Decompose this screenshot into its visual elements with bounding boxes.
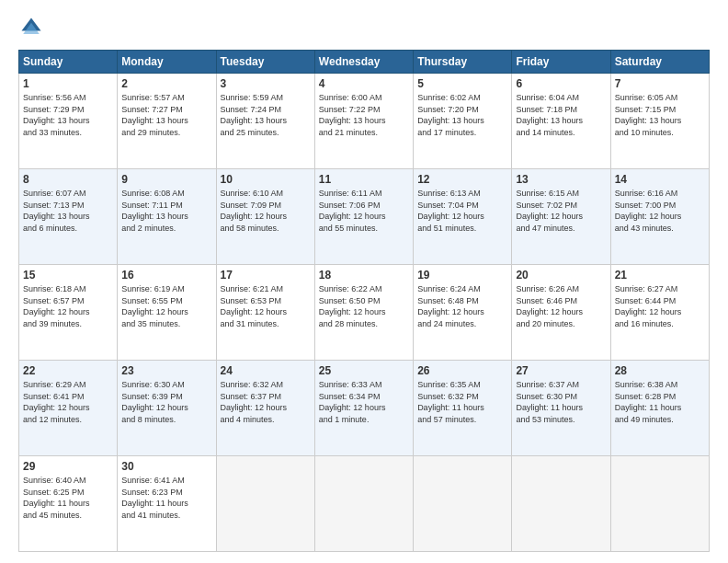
day-number: 3 — [221, 77, 311, 90]
calendar-cell: 6Sunrise: 6:04 AM Sunset: 7:18 PM Daylig… — [512, 74, 610, 169]
calendar-cell: 11Sunrise: 6:11 AM Sunset: 7:06 PM Dayli… — [314, 169, 413, 265]
calendar-cell: 12Sunrise: 6:13 AM Sunset: 7:04 PM Dayli… — [414, 169, 512, 265]
calendar-cell — [216, 456, 314, 552]
week-row-1: 1Sunrise: 5:56 AM Sunset: 7:29 PM Daylig… — [19, 74, 710, 169]
calendar-cell: 8Sunrise: 6:07 AM Sunset: 7:13 PM Daylig… — [19, 169, 118, 265]
day-info: Sunrise: 6:21 AM Sunset: 6:53 PM Dayligh… — [221, 283, 311, 329]
day-number: 13 — [516, 173, 606, 186]
day-number: 29 — [23, 460, 113, 473]
day-info: Sunrise: 6:10 AM Sunset: 7:09 PM Dayligh… — [221, 188, 311, 234]
day-number: 24 — [221, 364, 311, 377]
week-row-5: 29Sunrise: 6:40 AM Sunset: 6:25 PM Dayli… — [19, 456, 710, 552]
calendar-cell: 13Sunrise: 6:15 AM Sunset: 7:02 PM Dayli… — [512, 169, 610, 265]
calendar-cell: 20Sunrise: 6:26 AM Sunset: 6:46 PM Dayli… — [512, 265, 610, 361]
weekday-header-friday: Friday — [512, 51, 610, 74]
day-info: Sunrise: 6:18 AM Sunset: 6:57 PM Dayligh… — [23, 283, 113, 329]
day-number: 19 — [417, 269, 507, 282]
day-info: Sunrise: 6:07 AM Sunset: 7:13 PM Dayligh… — [23, 188, 113, 234]
day-info: Sunrise: 6:24 AM Sunset: 6:48 PM Dayligh… — [417, 283, 507, 329]
calendar-cell: 18Sunrise: 6:22 AM Sunset: 6:50 PM Dayli… — [314, 265, 413, 361]
calendar-cell: 1Sunrise: 5:56 AM Sunset: 7:29 PM Daylig… — [19, 74, 118, 169]
day-number: 30 — [121, 460, 211, 473]
day-info: Sunrise: 5:57 AM Sunset: 7:27 PM Dayligh… — [121, 92, 211, 138]
day-number: 28 — [615, 364, 705, 377]
calendar-cell: 25Sunrise: 6:33 AM Sunset: 6:34 PM Dayli… — [314, 361, 413, 456]
weekday-header-thursday: Thursday — [414, 51, 512, 74]
day-info: Sunrise: 6:11 AM Sunset: 7:06 PM Dayligh… — [319, 188, 409, 234]
day-info: Sunrise: 6:04 AM Sunset: 7:18 PM Dayligh… — [516, 92, 606, 138]
day-info: Sunrise: 6:02 AM Sunset: 7:20 PM Dayligh… — [417, 92, 507, 138]
week-row-3: 15Sunrise: 6:18 AM Sunset: 6:57 PM Dayli… — [19, 265, 710, 361]
day-number: 1 — [23, 77, 113, 90]
day-number: 8 — [23, 173, 113, 186]
day-info: Sunrise: 6:19 AM Sunset: 6:55 PM Dayligh… — [121, 283, 211, 329]
day-number: 4 — [319, 77, 409, 90]
calendar-cell: 7Sunrise: 6:05 AM Sunset: 7:15 PM Daylig… — [610, 74, 709, 169]
day-number: 6 — [516, 77, 606, 90]
day-number: 2 — [121, 77, 211, 90]
day-number: 10 — [221, 173, 311, 186]
weekday-header-saturday: Saturday — [610, 51, 709, 74]
day-number: 25 — [319, 364, 409, 377]
calendar-table: SundayMondayTuesdayWednesdayThursdayFrid… — [18, 50, 710, 552]
calendar-cell: 15Sunrise: 6:18 AM Sunset: 6:57 PM Dayli… — [19, 265, 118, 361]
day-info: Sunrise: 6:33 AM Sunset: 6:34 PM Dayligh… — [319, 379, 409, 425]
day-info: Sunrise: 6:38 AM Sunset: 6:28 PM Dayligh… — [615, 379, 705, 425]
day-number: 11 — [319, 173, 409, 186]
calendar-cell: 9Sunrise: 6:08 AM Sunset: 7:11 PM Daylig… — [118, 169, 216, 265]
logo — [18, 15, 48, 40]
calendar-cell: 14Sunrise: 6:16 AM Sunset: 7:00 PM Dayli… — [610, 169, 709, 265]
day-number: 12 — [417, 173, 507, 186]
calendar-cell — [314, 456, 413, 552]
day-info: Sunrise: 6:26 AM Sunset: 6:46 PM Dayligh… — [516, 283, 606, 329]
day-info: Sunrise: 6:27 AM Sunset: 6:44 PM Dayligh… — [615, 283, 705, 329]
calendar-cell — [414, 456, 512, 552]
day-info: Sunrise: 6:05 AM Sunset: 7:15 PM Dayligh… — [615, 92, 705, 138]
calendar-cell: 17Sunrise: 6:21 AM Sunset: 6:53 PM Dayli… — [216, 265, 314, 361]
day-info: Sunrise: 5:56 AM Sunset: 7:29 PM Dayligh… — [23, 92, 113, 138]
weekday-header-wednesday: Wednesday — [314, 51, 413, 74]
day-number: 17 — [221, 269, 311, 282]
day-info: Sunrise: 6:16 AM Sunset: 7:00 PM Dayligh… — [615, 188, 705, 234]
day-info: Sunrise: 6:37 AM Sunset: 6:30 PM Dayligh… — [516, 379, 606, 425]
day-number: 15 — [23, 269, 113, 282]
calendar-cell: 2Sunrise: 5:57 AM Sunset: 7:27 PM Daylig… — [118, 74, 216, 169]
calendar-cell — [512, 456, 610, 552]
day-info: Sunrise: 6:08 AM Sunset: 7:11 PM Dayligh… — [121, 188, 211, 234]
calendar-cell: 23Sunrise: 6:30 AM Sunset: 6:39 PM Dayli… — [118, 361, 216, 456]
day-number: 26 — [417, 364, 507, 377]
day-info: Sunrise: 5:59 AM Sunset: 7:24 PM Dayligh… — [221, 92, 311, 138]
header — [18, 15, 710, 40]
day-info: Sunrise: 6:35 AM Sunset: 6:32 PM Dayligh… — [417, 379, 507, 425]
calendar-cell: 30Sunrise: 6:41 AM Sunset: 6:23 PM Dayli… — [118, 456, 216, 552]
calendar-cell: 22Sunrise: 6:29 AM Sunset: 6:41 PM Dayli… — [19, 361, 118, 456]
day-number: 5 — [417, 77, 507, 90]
day-info: Sunrise: 6:40 AM Sunset: 6:25 PM Dayligh… — [23, 475, 113, 521]
weekday-header-row: SundayMondayTuesdayWednesdayThursdayFrid… — [19, 51, 710, 74]
day-number: 16 — [121, 269, 211, 282]
week-row-2: 8Sunrise: 6:07 AM Sunset: 7:13 PM Daylig… — [19, 169, 710, 265]
calendar-cell: 10Sunrise: 6:10 AM Sunset: 7:09 PM Dayli… — [216, 169, 314, 265]
day-info: Sunrise: 6:13 AM Sunset: 7:04 PM Dayligh… — [417, 188, 507, 234]
day-number: 27 — [516, 364, 606, 377]
page: SundayMondayTuesdayWednesdayThursdayFrid… — [0, 0, 728, 563]
calendar-cell: 3Sunrise: 5:59 AM Sunset: 7:24 PM Daylig… — [216, 74, 314, 169]
calendar-cell: 16Sunrise: 6:19 AM Sunset: 6:55 PM Dayli… — [118, 265, 216, 361]
calendar-cell: 26Sunrise: 6:35 AM Sunset: 6:32 PM Dayli… — [414, 361, 512, 456]
day-info: Sunrise: 6:30 AM Sunset: 6:39 PM Dayligh… — [121, 379, 211, 425]
day-info: Sunrise: 6:22 AM Sunset: 6:50 PM Dayligh… — [319, 283, 409, 329]
day-info: Sunrise: 6:00 AM Sunset: 7:22 PM Dayligh… — [319, 92, 409, 138]
calendar-cell — [610, 456, 709, 552]
week-row-4: 22Sunrise: 6:29 AM Sunset: 6:41 PM Dayli… — [19, 361, 710, 456]
day-number: 7 — [615, 77, 705, 90]
calendar-cell: 19Sunrise: 6:24 AM Sunset: 6:48 PM Dayli… — [414, 265, 512, 361]
day-info: Sunrise: 6:32 AM Sunset: 6:37 PM Dayligh… — [221, 379, 311, 425]
day-info: Sunrise: 6:41 AM Sunset: 6:23 PM Dayligh… — [121, 475, 211, 521]
day-number: 20 — [516, 269, 606, 282]
day-number: 9 — [121, 173, 211, 186]
weekday-header-sunday: Sunday — [19, 51, 118, 74]
calendar-cell: 28Sunrise: 6:38 AM Sunset: 6:28 PM Dayli… — [610, 361, 709, 456]
calendar-cell: 5Sunrise: 6:02 AM Sunset: 7:20 PM Daylig… — [414, 74, 512, 169]
logo-icon — [18, 15, 44, 40]
calendar-cell: 29Sunrise: 6:40 AM Sunset: 6:25 PM Dayli… — [19, 456, 118, 552]
